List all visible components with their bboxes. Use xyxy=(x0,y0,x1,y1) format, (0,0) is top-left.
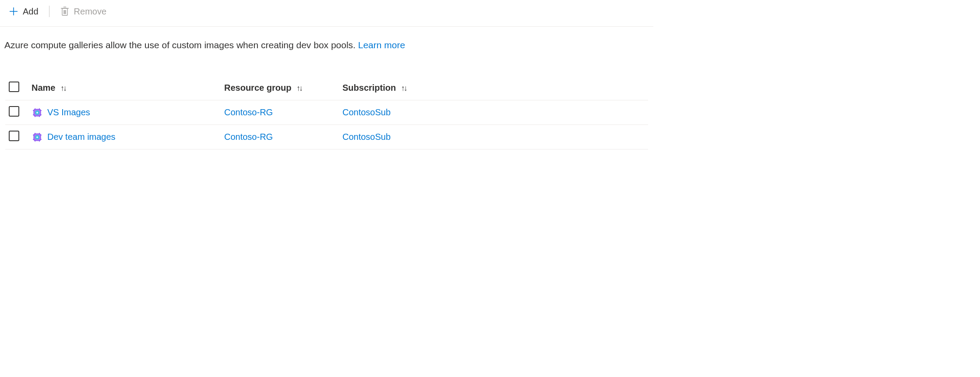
description-body: Azure compute galleries allow the use of… xyxy=(4,40,358,50)
svg-point-11 xyxy=(36,112,38,114)
sort-icon: ↑↓ xyxy=(296,84,302,92)
column-header-sub-label: Subscription xyxy=(342,83,396,92)
galleries-table-wrap: Name ↑↓ Resource group ↑↓ Subscription ↑… xyxy=(0,76,653,149)
subscription-link[interactable]: ContosoSub xyxy=(342,132,391,142)
row-checkbox-cell xyxy=(5,100,28,125)
gallery-name-link[interactable]: Dev team images xyxy=(47,132,116,142)
galleries-table: Name ↑↓ Resource group ↑↓ Subscription ↑… xyxy=(5,76,648,149)
toolbar-divider xyxy=(49,6,49,17)
table-row: VS ImagesContoso-RGContosoSub xyxy=(5,100,648,125)
resource-group-link[interactable]: Contoso-RG xyxy=(224,132,273,142)
row-checkbox[interactable] xyxy=(9,131,19,141)
column-header-name[interactable]: Name ↑↓ xyxy=(28,76,221,100)
row-name-cell: VS Images xyxy=(28,100,221,125)
gallery-icon xyxy=(32,107,43,118)
column-header-resource-group[interactable]: Resource group ↑↓ xyxy=(221,76,339,100)
add-button[interactable]: Add xyxy=(6,5,41,18)
row-checkbox-cell xyxy=(5,125,28,149)
table-header-row: Name ↑↓ Resource group ↑↓ Subscription ↑… xyxy=(5,76,648,100)
row-name-cell: Dev team images xyxy=(28,125,221,149)
add-button-label: Add xyxy=(23,7,39,17)
column-header-rg-label: Resource group xyxy=(224,83,291,92)
select-all-header xyxy=(5,76,28,100)
row-checkbox[interactable] xyxy=(9,106,19,117)
row-subscription-cell: ContosoSub xyxy=(339,100,648,125)
sort-icon: ↑↓ xyxy=(60,84,66,92)
remove-button[interactable]: Remove xyxy=(57,4,109,18)
row-resource-group-cell: Contoso-RG xyxy=(221,125,339,149)
svg-point-23 xyxy=(36,136,38,138)
description-text: Azure compute galleries allow the use of… xyxy=(0,27,653,50)
row-subscription-cell: ContosoSub xyxy=(339,125,648,149)
table-row: Dev team imagesContoso-RGContosoSub xyxy=(5,125,648,149)
subscription-link[interactable]: ContosoSub xyxy=(342,107,391,117)
gallery-icon xyxy=(32,132,43,143)
resource-group-link[interactable]: Contoso-RG xyxy=(224,107,273,117)
gallery-name-link[interactable]: VS Images xyxy=(47,107,90,117)
column-header-subscription[interactable]: Subscription ↑↓ xyxy=(339,76,648,100)
column-header-name-label: Name xyxy=(32,83,55,92)
trash-icon xyxy=(60,6,70,17)
learn-more-link[interactable]: Learn more xyxy=(358,40,405,50)
row-resource-group-cell: Contoso-RG xyxy=(221,100,339,125)
select-all-checkbox[interactable] xyxy=(9,82,19,92)
sort-icon: ↑↓ xyxy=(401,84,406,92)
plus-icon xyxy=(9,7,18,16)
remove-button-label: Remove xyxy=(74,7,106,17)
toolbar: Add Remove xyxy=(0,0,653,27)
